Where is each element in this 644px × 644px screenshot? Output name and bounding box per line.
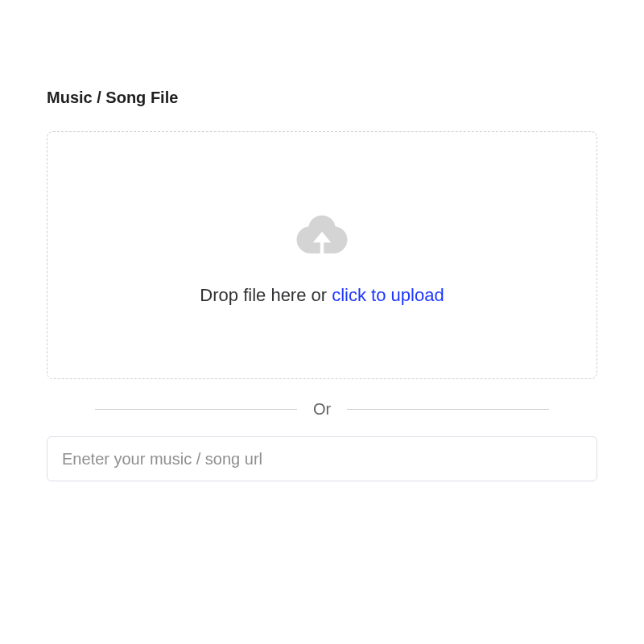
music-url-input[interactable] bbox=[47, 436, 597, 481]
dropzone-text-prefix: Drop file here or bbox=[200, 285, 332, 305]
click-to-upload-link[interactable]: click to upload bbox=[332, 285, 444, 305]
dropzone-instruction: Drop file here or click to upload bbox=[200, 285, 444, 306]
divider-line-left bbox=[95, 409, 297, 410]
music-upload-section: Music / Song File Drop file here or clic… bbox=[0, 0, 644, 481]
divider-line-right bbox=[347, 409, 549, 410]
or-divider: Or bbox=[95, 400, 549, 419]
divider-text: Or bbox=[297, 400, 347, 419]
file-dropzone[interactable]: Drop file here or click to upload bbox=[47, 131, 597, 379]
cloud-upload-icon bbox=[283, 204, 361, 266]
section-title: Music / Song File bbox=[47, 89, 597, 107]
